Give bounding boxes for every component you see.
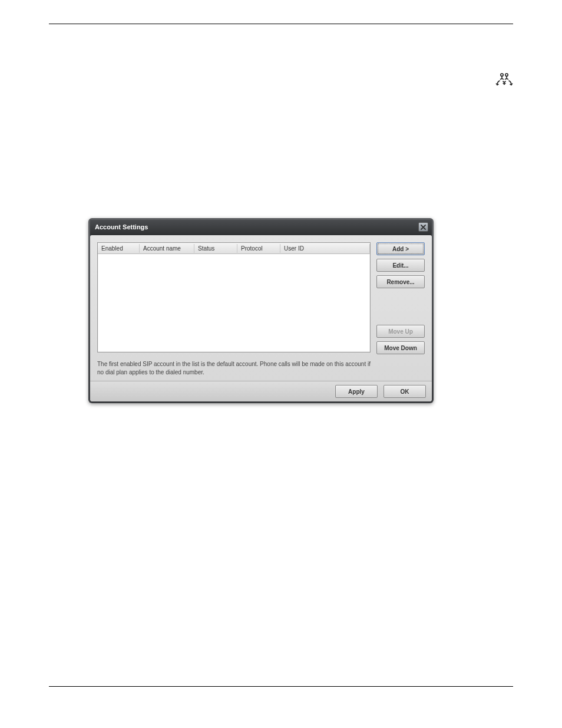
move-up-button[interactable]: Move Up <box>376 325 425 338</box>
column-enabled[interactable]: Enabled <box>98 244 140 253</box>
ok-button[interactable]: OK <box>384 385 426 398</box>
dialog-title: Account Settings <box>95 223 148 230</box>
column-status[interactable]: Status <box>194 244 237 253</box>
close-button[interactable] <box>418 222 428 232</box>
column-account-name[interactable]: Account name <box>140 244 194 253</box>
network-icon <box>495 72 513 91</box>
button-spacer <box>376 292 425 321</box>
dialog-body: Enabled Account name Status Protocol Use… <box>90 235 432 401</box>
footer-rule <box>49 686 513 687</box>
accounts-table[interactable]: Enabled Account name Status Protocol Use… <box>97 242 371 353</box>
dialog-titlebar: Account Settings <box>90 220 432 235</box>
remove-button[interactable]: Remove... <box>376 275 425 288</box>
apply-button[interactable]: Apply <box>335 385 378 398</box>
header-rule <box>49 24 513 24</box>
move-down-button[interactable]: Move Down <box>376 341 425 354</box>
dialog-footer: Apply OK <box>90 381 432 401</box>
side-button-column: Add > Edit... Remove... Move Up Move Dow… <box>376 242 425 354</box>
table-header-row: Enabled Account name Status Protocol Use… <box>98 243 370 254</box>
column-user-id[interactable]: User ID <box>280 244 370 253</box>
account-settings-dialog: Account Settings Enabled Account name St… <box>88 218 434 403</box>
hint-text: The first enabled SIP account in the lis… <box>97 360 377 376</box>
column-protocol[interactable]: Protocol <box>237 244 280 253</box>
add-button[interactable]: Add > <box>376 242 425 255</box>
edit-button[interactable]: Edit... <box>376 259 425 272</box>
